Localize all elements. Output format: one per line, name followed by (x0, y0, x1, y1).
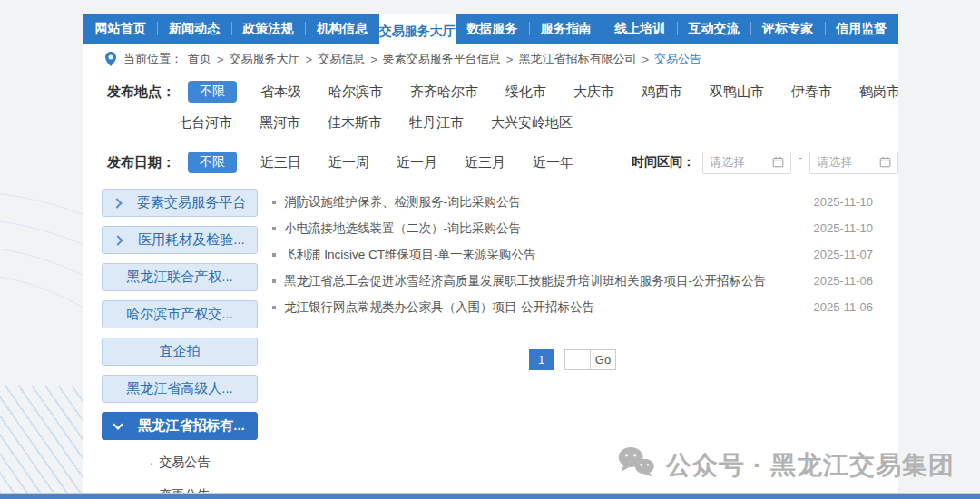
filter-location-mudanjiang[interactable]: 牡丹江市 (409, 114, 464, 132)
filter-date-unlimited[interactable]: 不限 (188, 152, 237, 173)
sidebar-item-hlj-united-property[interactable]: 黑龙江联合产权... (102, 263, 258, 291)
filter-location-daqing[interactable]: 大庆市 (573, 83, 614, 101)
filter-location-row1: 发布地点： 不限 省本级 哈尔滨市 齐齐哈尔市 绥化市 大庆市 鸡西市 双鸭山市… (83, 78, 898, 105)
filter-location-daxinganling[interactable]: 大兴安岭地区 (491, 114, 573, 132)
bullet-icon (272, 306, 276, 309)
sidebar-item-label: 医用耗材及检验... (138, 231, 245, 249)
sidebar-item-label: 哈尔滨市产权交... (126, 306, 233, 323)
main-area: 要素交易服务平台 医用耗材及检验... 黑龙江联合产权... 哈尔滨市产权交..… (83, 189, 898, 493)
sidebar-subitem-trade-announcements[interactable]: · 交易公告 (102, 449, 258, 476)
announcement-date: 2025-11-10 (795, 221, 873, 235)
bullet-dot: · (150, 455, 154, 470)
filter-location-heihe[interactable]: 黑河市 (260, 114, 300, 132)
goto-page-box: Go (564, 349, 616, 370)
sidebar-item-label: 宜企拍 (160, 343, 201, 360)
range-separator: - (799, 151, 802, 164)
bullet-icon (272, 279, 276, 283)
crumb-separator: > (306, 53, 313, 66)
calendar-icon[interactable] (772, 155, 784, 171)
announcement-title[interactable]: 消防设施维护保养、检测服务-询比采购公告 (284, 194, 521, 210)
announcement-list: 消防设施维护保养、检测服务-询比采购公告 2025-11-10 小电流接地选线装… (272, 189, 873, 493)
sidebar-item-label: 黑龙江联合产权... (126, 269, 233, 286)
sidebar-item-hlj-high-court[interactable]: 黑龙江省高级人... (102, 375, 258, 403)
announcement-row[interactable]: 龙江银行网点常规类办公家具（入围）项目-公开招标公告 2025-11-06 (272, 294, 873, 320)
end-date-picker[interactable]: 请选择 (809, 152, 898, 174)
content-panel: 网站首页 新闻动态 政策法规 机构信息 交易服务大厅 数据服务 服务指南 线上培… (83, 14, 898, 493)
filter-location-harbin[interactable]: 哈尔滨市 (328, 83, 383, 101)
crumb-home[interactable]: 首页 (188, 51, 211, 67)
sidebar-item-label: 黑龙江省招标有... (138, 417, 245, 435)
crumb-separator: > (370, 53, 377, 66)
crumb-separator: > (506, 53, 514, 66)
breadcrumb: 当前位置： 首页 > 交易服务大厅 > 交易信息 > 要素交易服务平台信息 > … (83, 44, 898, 74)
crumb-trade-announcements[interactable]: 交易公告 (654, 51, 701, 67)
sidebar: 要素交易服务平台 医用耗材及检验... 黑龙江联合产权... 哈尔滨市产权交..… (102, 189, 258, 493)
filter-location-suihua[interactable]: 绥化市 (505, 83, 546, 101)
filter-location-yichun[interactable]: 伊春市 (791, 83, 832, 101)
announcement-row[interactable]: 小电流接地选线装置（二次）-询比采购公告 2025-11-10 (272, 215, 873, 241)
bullet-icon (272, 253, 276, 257)
sidebar-item-harbin-property-exchange[interactable]: 哈尔滨市产权交... (102, 300, 258, 328)
nav-item-policies[interactable]: 政策法规 (231, 14, 305, 44)
sidebar-subitem-label: 交易公告 (159, 455, 210, 471)
top-nav: 网站首页 新闻动态 政策法规 机构信息 交易服务大厅 数据服务 服务指南 线上培… (83, 14, 898, 44)
announcement-row[interactable]: 黑龙江省总工会促进冰雪经济高质量发展职工技能提升培训班相关服务项目-公开招标公告… (272, 268, 873, 294)
sidebar-item-factor-trading-platform[interactable]: 要素交易服务平台 (102, 189, 258, 217)
crumb-trading-hall[interactable]: 交易服务大厅 (230, 51, 300, 67)
announcement-title[interactable]: 龙江银行网点常规类办公家具（入围）项目-公开招标公告 (284, 299, 594, 316)
filter-date-lastweek[interactable]: 近一周 (328, 154, 369, 171)
filter-date-last3months[interactable]: 近三月 (465, 154, 505, 171)
sidebar-item-medical-consumables[interactable]: 医用耗材及检验... (102, 226, 258, 254)
go-button[interactable]: Go (590, 350, 615, 369)
bullet-icon (272, 201, 276, 204)
announcement-title[interactable]: 小电流接地选线装置（二次）-询比采购公告 (284, 220, 521, 237)
crumb-company[interactable]: 黑龙江省招标有限公司 (518, 51, 636, 67)
announcement-title[interactable]: 飞利浦 Incisive CT维保项目-单一来源采购公告 (284, 247, 536, 263)
filter-date-lastyear[interactable]: 近一年 (533, 154, 573, 171)
crumb-separator: > (217, 53, 224, 66)
nav-item-news[interactable]: 新闻动态 (157, 14, 230, 44)
crumb-platform-info[interactable]: 要素交易服务平台信息 (383, 51, 501, 67)
start-date-picker[interactable]: 请选择 (702, 152, 791, 174)
sidebar-item-hlj-tendering-co[interactable]: 黑龙江省招标有... (102, 412, 258, 440)
chevron-right-icon (112, 198, 122, 208)
announcement-date: 2025-11-06 (795, 274, 873, 288)
bullet-icon (272, 227, 276, 230)
filter-location-qitaihe[interactable]: 七台河市 (178, 114, 232, 132)
announcement-title[interactable]: 黑龙江省总工会促进冰雪经济高质量发展职工技能提升培训班相关服务项目-公开招标公告 (284, 273, 766, 289)
crumb-trade-info[interactable]: 交易信息 (318, 51, 365, 67)
page-1-button[interactable]: 1 (529, 349, 554, 370)
announcement-date: 2025-11-10 (795, 195, 873, 209)
filter-date-last3days[interactable]: 近三日 (260, 154, 301, 171)
nav-item-credit-supervision[interactable]: 信用监督 (825, 14, 898, 44)
nav-item-home[interactable]: 网站首页 (83, 14, 157, 44)
filter-date-row: 发布日期： 不限 近三日 近一周 近一月 近三月 近一年 时间区间： 请选择 -… (83, 149, 898, 176)
filter-date-label: 发布日期： (107, 154, 175, 171)
calendar-icon[interactable] (879, 155, 891, 171)
sidebar-subitem-change-announcements[interactable]: · 变更公告 (102, 482, 258, 493)
filter-location-provincial[interactable]: 省本级 (260, 83, 301, 101)
sidebar-subitem-label: 变更公告 (159, 487, 210, 493)
nav-item-online-training[interactable]: 线上培训 (603, 14, 676, 44)
nav-item-org-info[interactable]: 机构信息 (305, 14, 378, 44)
nav-item-interaction[interactable]: 互动交流 (677, 14, 750, 44)
filter-location-jixi[interactable]: 鸡西市 (642, 83, 682, 101)
nav-item-trading-hall[interactable]: 交易服务大厅 (379, 14, 456, 49)
filter-date-lastmonth[interactable]: 近一月 (397, 154, 437, 171)
nav-item-experts[interactable]: 评标专家 (750, 14, 824, 44)
time-range-label: 时间区间： (632, 154, 695, 171)
announcement-date: 2025-11-06 (795, 300, 873, 314)
nav-item-service-guide[interactable]: 服务指南 (529, 14, 603, 44)
filter-location-unlimited[interactable]: 不限 (188, 81, 237, 103)
filter-location-qiqihar[interactable]: 齐齐哈尔市 (410, 83, 478, 101)
page-number-input[interactable] (565, 350, 590, 369)
announcement-row[interactable]: 飞利浦 Incisive CT维保项目-单一来源采购公告 2025-11-07 (272, 241, 873, 268)
nav-item-data-services[interactable]: 数据服务 (456, 14, 529, 44)
filter-location-label: 发布地点： (107, 83, 175, 101)
sidebar-item-yiqipai[interactable]: 宜企拍 (102, 338, 258, 366)
filter-location-hegang[interactable]: 鹤岗市 (859, 83, 898, 101)
announcement-row[interactable]: 消防设施维护保养、检测服务-询比采购公告 2025-11-10 (272, 189, 873, 215)
sidebar-item-label: 要素交易服务平台 (137, 194, 246, 211)
filter-location-jiamusi[interactable]: 佳木斯市 (328, 114, 382, 132)
filter-location-shuangyashan[interactable]: 双鸭山市 (710, 83, 764, 101)
